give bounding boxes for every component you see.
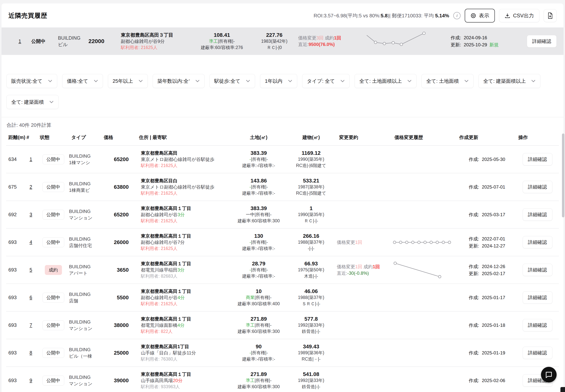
distance-value: 693 (6, 294, 24, 300)
table-row: 6938公開中BUILDINGビル（一棟25000東京都豊島区高田1丁目山手線「… (6, 339, 559, 367)
dates-cell: 作成:2025-01-17 (457, 294, 516, 301)
chat-button[interactable] (541, 367, 557, 382)
page: 近隣売買履歴 ROI:3.57~6.98(平均:5 vs 80%:5.8)| 郵… (0, 0, 565, 392)
building-cell: 577.81992(築33年)鉄骨造|-|- (285, 316, 337, 335)
info-icon[interactable]: i (453, 12, 461, 19)
table-row: 6923公開中BUILDINGマンション65200東京都豊島区高田１丁目副都心線… (6, 201, 559, 229)
result-count: 合計: 40件 20件計算 (1, 117, 564, 128)
page-title: 近隣売買履歴 (8, 12, 47, 20)
filter-select-row1-0[interactable]: 販売状況:全て (6, 74, 57, 88)
file-export-button[interactable] (544, 9, 557, 22)
row-index-link[interactable]: 1 (29, 156, 32, 162)
corner-chip (560, 387, 565, 392)
header-actions: ROI:3.57~6.98(平均:5 vs 80%:5.8)| 郵便171003… (314, 9, 557, 23)
dates-cell: 作成:2025-07-01 (457, 183, 516, 190)
row-index-link[interactable]: 9 (29, 378, 32, 383)
price-value: 63800 (101, 184, 137, 190)
filter-select-row1-4[interactable]: 駅徒歩:全て (209, 74, 255, 88)
property-type: BUILDINGマンション (69, 208, 101, 221)
table-body: 6341公開中BUILDING1棟マンシ65200東京都豊島区高田東京メトロ副都… (6, 146, 559, 392)
row-index-link[interactable]: 5 (29, 267, 32, 272)
subject-land: 108.41 準工|所有権|- 建蔽率:60/容積率:276 (193, 32, 250, 51)
filter-select-row1-2[interactable]: 25年以上 (108, 74, 148, 88)
row-index-link[interactable]: 7 (29, 322, 32, 328)
chevron-down-icon (464, 80, 469, 83)
subject-changes: 価格変更3回 成約1回直近:9500(76.0%) (298, 35, 355, 48)
filter-select-row1-7[interactable]: 全て: 土地面積以上 (355, 74, 416, 88)
filter-select-row1-1[interactable]: 価格:全て (62, 74, 103, 88)
roi-summary-text: ROI:3.57~6.98(平均:5 vs 80%:5.8)| 郵便171003… (314, 12, 449, 19)
chevron-down-icon (49, 100, 54, 104)
detail-button[interactable]: 詳細確認 (523, 264, 552, 276)
property-type: BUILDING店舗 (69, 291, 101, 304)
table-row: 6934公開中BUILDING店舗付住宅26000東京都豊島区高田１丁目副都心線… (6, 229, 559, 256)
building-cell: 1169.121990(築35年)RC造|-|6階建て (285, 150, 337, 169)
subject-index-link[interactable]: 1 (18, 39, 21, 44)
status-badge: 成約 (45, 265, 62, 275)
chevron-down-icon (288, 80, 292, 83)
address-cell: 東京都豊島区高田１丁目副都心線雑司が谷7分駅利用者: 21625人 (137, 233, 232, 252)
land-cell: 130-|所有権|-建蔽率:-/容積率:- (232, 233, 285, 252)
show-button[interactable]: 表示 (465, 9, 495, 23)
address-cell: 東京都豊島区高田１丁目副都心線雑司が谷4分駅利用者: 21625人 (137, 288, 232, 307)
subject-price: 22000 (88, 38, 121, 44)
price-value: 65200 (101, 156, 137, 162)
filter-select-row2-0[interactable]: 全て: 建築面積 (6, 95, 58, 109)
chevron-down-icon (138, 80, 143, 83)
column-header-3: タイプ (69, 134, 101, 140)
price-value: 25000 (101, 350, 137, 356)
table-header: 距離(m)#状態タイプ価格住所 | 最寄駅土地(㎡)建物(㎡)変更要約価格変更履… (6, 128, 559, 146)
chevron-down-icon (531, 80, 536, 83)
vertical-scrollbar[interactable] (562, 133, 565, 217)
filter-select-row1-6[interactable]: タイプ: 全て (302, 74, 350, 88)
detail-button[interactable]: 詳細確認 (523, 319, 552, 331)
status-badge: 公開中 (42, 376, 64, 386)
table-row: 6935成約BUILDINGアパート3650東京都豊島区高田１丁目都電荒川線早稲… (6, 256, 559, 284)
file-download-icon (547, 12, 553, 19)
distance-value: 692 (6, 212, 24, 218)
building-cell: 541.081992(築33年)鉄骨造|-|- (285, 371, 337, 390)
subject-detail-button[interactable]: 詳細確認 (527, 35, 557, 47)
detail-button[interactable]: 詳細確認 (523, 347, 552, 359)
distance-value: 675 (6, 184, 24, 190)
table-row: 6752公開中BUILDING1棟商業ビ63800東京都豊島区目白東京メトロ副都… (6, 173, 559, 201)
filter-select-row1-9[interactable]: 全て: 建築面積以上 (479, 74, 540, 88)
column-header-11: 操作 (516, 134, 559, 140)
filter-select-row1-8[interactable]: 全て: 土地面積 (421, 74, 473, 88)
detail-button[interactable]: 詳細確認 (523, 236, 552, 248)
subject-price-history-sparkline (355, 31, 420, 51)
filter-bar: 販売状況:全て価格:全て25年以上築年数以内:全て駅徒歩:全て1年以内タイプ: … (1, 55, 564, 109)
chevron-down-icon (195, 80, 200, 83)
status-badge: 公開中 (42, 348, 64, 358)
subject-dates: 作成:2024-09-16 更新:2025-10-29新規 (420, 34, 510, 48)
filter-select-row1-5[interactable]: 1年以内 (260, 74, 297, 88)
price-value: 3650 (101, 267, 137, 273)
land-cell: 10商業|所有権|-建蔽率:80/容積率:400 (232, 288, 285, 307)
title-bar: 近隣売買履歴 ROI:3.57~6.98(平均:5 vs 80%:5.8)| 郵… (1, 3, 564, 28)
address-cell: 東京都豊島区高田１丁目山手線高田馬場20分駅利用者: 933963人 (137, 371, 232, 390)
price-value: 26000 (101, 239, 137, 245)
row-index-link[interactable]: 3 (29, 212, 32, 217)
csv-export-button[interactable]: CSV出力 (499, 9, 539, 22)
download-icon (505, 13, 510, 18)
price-value: 38000 (101, 322, 137, 328)
row-index-link[interactable]: 4 (29, 239, 32, 245)
detail-button[interactable]: 詳細確認 (523, 153, 552, 166)
filter-select-row1-3[interactable]: 築年数以内:全て (153, 74, 205, 88)
detail-button[interactable]: 詳細確認 (523, 181, 552, 193)
chevron-down-icon (246, 80, 250, 83)
subject-property-row: 1 公開中 BUILDINGビル 22000 東京都豊島区高田３丁目 副都心線雑… (1, 28, 564, 55)
dates-cell: 作成:2025-01-19 (457, 349, 516, 356)
table-row: 6936公開中BUILDING店舗5500東京都豊島区高田１丁目副都心線雑司が谷… (6, 284, 559, 311)
status-badge: 公開中 (42, 320, 64, 330)
land-cell: 90-|所有権|-建蔽率:-/容積率:- (232, 343, 285, 362)
table-row: 6341公開中BUILDING1棟マンシ65200東京都豊島区高田東京メトロ副都… (6, 146, 559, 173)
distance-value: 693 (6, 239, 24, 245)
row-index-link[interactable]: 2 (29, 184, 32, 190)
detail-button[interactable]: 詳細確認 (523, 291, 552, 304)
row-index-link[interactable]: 6 (29, 295, 32, 300)
chevron-down-icon (340, 80, 345, 83)
subject-status: 公開中 (31, 38, 58, 44)
detail-button[interactable]: 詳細確認 (523, 208, 552, 221)
row-index-link[interactable]: 8 (29, 350, 32, 355)
